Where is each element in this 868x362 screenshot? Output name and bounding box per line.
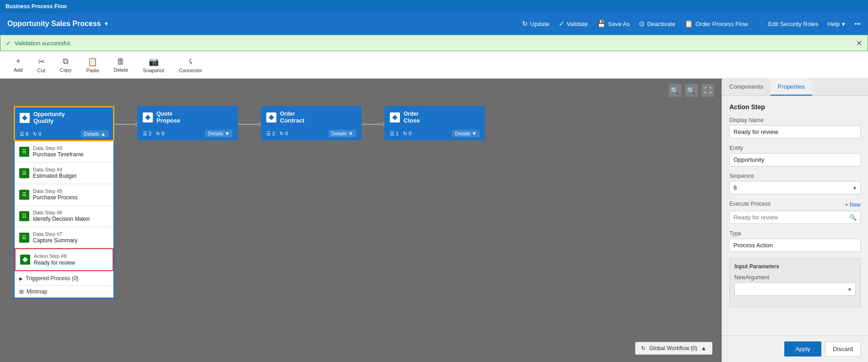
- new-argument-select[interactable]: [734, 282, 856, 296]
- add-icon: +: [16, 57, 21, 66]
- close-node[interactable]: Order Close ☰ 1 ↻ 0: [384, 106, 485, 140]
- save-icon: 💾: [597, 20, 606, 28]
- step5-name: Purchase Process: [33, 194, 77, 202]
- step-item-8[interactable]: Action Step #8 Ready for review: [15, 248, 113, 271]
- apply-button[interactable]: Apply: [784, 341, 821, 357]
- panel-content: Action Step Display Name Entity Sequence…: [722, 96, 868, 335]
- step4-text: Data Step #4 Estimated Budget: [33, 166, 76, 180]
- discard-button[interactable]: Discard: [825, 341, 861, 357]
- close-process-icon: ↻: [403, 131, 407, 137]
- step5-text: Data Step #5 Purchase Process: [33, 188, 77, 202]
- copy-button[interactable]: ⧉ Copy: [54, 54, 78, 75]
- svg-marker-4: [392, 115, 398, 120]
- search-icon[interactable]: 🔍: [846, 211, 860, 224]
- snapshot-button[interactable]: 📷 Snapshot: [136, 54, 170, 76]
- security-roles-label: Edit Security Roles: [768, 21, 819, 27]
- deactivate-action[interactable]: ⊙ Deactivate: [639, 20, 675, 28]
- qualify-process-count: ↻ 0: [33, 131, 41, 137]
- global-workflow-chevron: ▲: [701, 345, 706, 351]
- update-action[interactable]: ↻ Update: [522, 20, 550, 28]
- paste-label: Paste: [86, 68, 99, 73]
- step-item-7[interactable]: ☰ Data Step #7 Capture Summary: [15, 227, 113, 249]
- save-as-action[interactable]: 💾 Save As: [597, 20, 630, 28]
- close-validation-button[interactable]: ✕: [856, 39, 862, 48]
- properties-tab-label: Properties: [778, 83, 805, 90]
- new-link[interactable]: + New: [845, 202, 861, 208]
- svg-marker-2: [145, 115, 151, 120]
- sequence-select[interactable]: 8: [729, 181, 861, 194]
- step4-name: Estimated Budget: [33, 173, 76, 180]
- close-title-text: Order: [404, 111, 420, 117]
- step3-name: Purchase Timeframe: [33, 151, 84, 159]
- contract-count: 2: [272, 131, 275, 136]
- add-button[interactable]: + Add: [7, 54, 29, 75]
- step7-icon: ☰: [19, 233, 29, 243]
- propose-count: 2: [149, 131, 151, 136]
- execute-process-input[interactable]: [730, 211, 846, 224]
- tab-properties[interactable]: Properties: [771, 79, 812, 96]
- contract-node[interactable]: Order Contract ☰ 2 ↻ 0: [261, 106, 361, 140]
- step-item-4[interactable]: ☰ Data Step #4 Estimated Budget: [15, 163, 113, 184]
- display-name-input[interactable]: [729, 125, 861, 138]
- zoom-out-button[interactable]: 🔍: [669, 84, 681, 97]
- step8-text: Action Step #8 Ready for review: [34, 253, 75, 266]
- propose-proc: 0: [162, 131, 164, 136]
- propose-steps-icon: ☰: [143, 131, 147, 137]
- right-panel: Components Properties Action Step Displa…: [722, 79, 868, 362]
- chevron-down-icon[interactable]: ▾: [105, 21, 108, 27]
- fit-button[interactable]: ⛶: [701, 84, 714, 97]
- contract-details-button[interactable]: Details ▼: [329, 130, 356, 137]
- type-input[interactable]: [729, 239, 861, 252]
- cut-button[interactable]: ✂ Cut: [31, 54, 52, 76]
- help-action[interactable]: Help ▾: [828, 21, 846, 27]
- close-details-button[interactable]: Details ▼: [452, 130, 480, 137]
- connector-line-3: [361, 124, 384, 125]
- step-item-5[interactable]: ☰ Data Step #5 Purchase Process: [15, 184, 113, 206]
- qualify-steps-count: ☰ 8: [20, 131, 28, 137]
- deactivate-label: Deactivate: [647, 21, 675, 27]
- canvas-controls: 🔍 🔍 ⛶: [669, 84, 714, 97]
- step-item-6[interactable]: ☰ Data Step #6 Identify Decision Maker: [15, 206, 113, 227]
- minimap-bar[interactable]: ⊞ Minimap: [15, 285, 113, 298]
- deactivate-icon: ⊙: [639, 20, 645, 28]
- connector-line-2: [238, 124, 261, 125]
- more-actions[interactable]: •••: [854, 21, 861, 27]
- propose-node[interactable]: Quote Propose ☰ 2 ↻ 0: [137, 106, 238, 140]
- steps-icon: ☰: [20, 131, 24, 137]
- sequence-group: Sequence 8: [729, 173, 861, 194]
- canvas[interactable]: 🔍 🔍 ⛶ Opportunity Qualify: [0, 79, 722, 362]
- contract-node-header: Order Contract: [262, 107, 361, 128]
- entity-input[interactable]: [729, 153, 861, 166]
- propose-node-container: Quote Propose ☰ 2 ↻ 0: [137, 106, 238, 140]
- close-details-chevron: ▼: [472, 131, 477, 136]
- zoom-in-button[interactable]: 🔍: [685, 84, 698, 97]
- add-label: Add: [14, 67, 23, 73]
- connector-button[interactable]: ⤷ Connector: [173, 54, 209, 76]
- step-item-3[interactable]: ☰ Data Step #3 Purchase Timeframe: [15, 141, 113, 163]
- tab-components[interactable]: Components: [722, 79, 771, 96]
- step7-name: Capture Summary: [33, 237, 77, 245]
- close-node-icon: [390, 112, 400, 122]
- minimap-icon: ⊞: [19, 288, 24, 295]
- order-process-flow-action[interactable]: 📋 Order Process Flow: [685, 20, 748, 28]
- propose-node-footer: ☰ 2 ↻ 0 Details ▼: [138, 128, 237, 139]
- qualify-details-button[interactable]: Details ▲: [81, 130, 108, 138]
- process-icon: ↻: [33, 131, 37, 137]
- qualify-details-label: Details: [84, 131, 99, 137]
- contract-proc: 0: [285, 131, 288, 136]
- process-name[interactable]: Opportunity Sales Process: [7, 20, 101, 28]
- propose-subtitle-text: Propose: [156, 117, 180, 124]
- paste-button[interactable]: 📋 Paste: [80, 54, 105, 76]
- step6-name: Identify Decision Maker: [33, 216, 90, 223]
- entity-group: Entity: [729, 145, 861, 166]
- panel-section-title: Action Step: [729, 103, 861, 111]
- delete-button[interactable]: 🗑 Delete: [108, 54, 135, 75]
- propose-details-button[interactable]: Details ▼: [205, 130, 232, 137]
- edit-security-roles-action[interactable]: 👤 Edit Security Roles: [757, 20, 819, 28]
- top-bar-title: Business Process Flow: [5, 3, 67, 10]
- validate-action[interactable]: ✓ Validate: [559, 20, 588, 28]
- qualify-node[interactable]: Opportunity Qualify ☰ 8 ↻ 0: [14, 106, 114, 141]
- triggered-process-label: Triggered Process (0): [26, 275, 79, 282]
- global-workflow[interactable]: ↻ Global Workflow (0) ▲: [635, 342, 712, 355]
- contract-steps-icon: ☰: [266, 131, 271, 137]
